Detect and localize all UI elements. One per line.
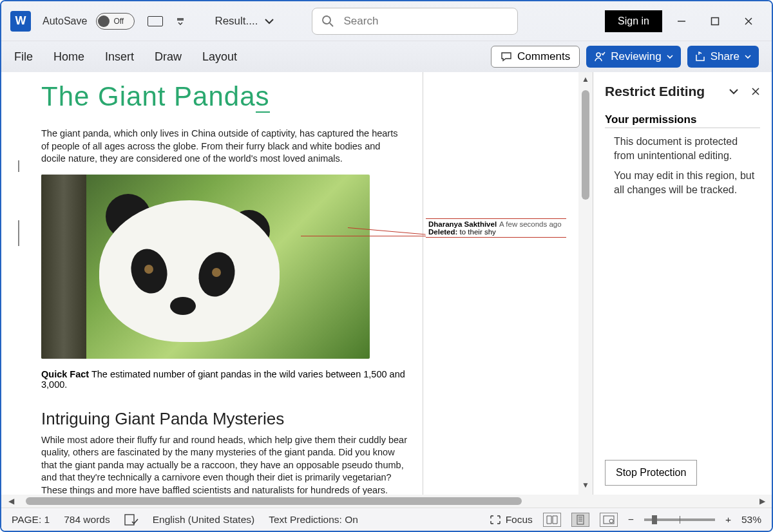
document-name[interactable]: Result.... <box>215 15 274 28</box>
scroll-left-icon[interactable]: ◀ <box>5 497 17 506</box>
hscroll-track[interactable] <box>17 497 756 505</box>
pane-close-button[interactable] <box>751 87 760 96</box>
search-icon <box>321 15 334 28</box>
autosave-state: Off <box>113 17 124 26</box>
content-area: The Giant Pandas The giant panda, which … <box>1 72 772 495</box>
permissions-heading: Your permissions <box>605 113 760 128</box>
document-page[interactable]: The Giant Pandas The giant panda, which … <box>1 72 423 495</box>
chevron-down-icon <box>667 54 673 59</box>
tab-home[interactable]: Home <box>53 50 84 64</box>
svg-point-0 <box>323 16 330 24</box>
comments-button[interactable]: Comments <box>491 46 580 68</box>
document-area: The Giant Pandas The giant panda, which … <box>1 72 578 495</box>
track-time: A few seconds ago <box>499 220 562 228</box>
toggle-knob-icon <box>98 15 110 27</box>
comments-label: Comments <box>517 50 570 63</box>
quick-fact-label: Quick Fact <box>41 369 89 379</box>
zoom-slider[interactable] <box>644 518 715 521</box>
autosave-toggle[interactable]: Off <box>96 13 135 30</box>
web-layout-button[interactable] <box>600 513 618 527</box>
status-bar: PAGE: 1 784 words English (United States… <box>1 508 772 531</box>
share-icon <box>695 52 705 62</box>
qat-customize-icon[interactable] <box>176 17 185 26</box>
permissions-text-2: You may edit in this region, but all cha… <box>614 169 760 196</box>
title-tracked-char: s <box>256 81 270 113</box>
svg-point-2 <box>596 53 600 57</box>
zoom-level[interactable]: 53% <box>741 514 761 526</box>
svg-rect-1 <box>712 17 719 24</box>
focus-mode-button[interactable]: Focus <box>489 514 533 526</box>
restrict-editing-pane: Restrict Editing Your permissions This d… <box>593 72 772 495</box>
scroll-up-icon[interactable]: ▲ <box>582 75 589 86</box>
close-button[interactable] <box>734 7 763 35</box>
scroll-down-icon[interactable]: ▼ <box>582 480 589 492</box>
page-icon <box>576 515 585 525</box>
tab-file[interactable]: File <box>14 50 33 64</box>
track-author: Dharanya Sakthivel <box>428 220 497 228</box>
quick-fact-text: The estimated number of giant pandas in … <box>41 369 405 390</box>
stop-protection-button[interactable]: Stop Protection <box>605 460 697 486</box>
track-content: to their shy <box>457 228 495 236</box>
svg-rect-4 <box>577 515 584 524</box>
ribbon-display-icon[interactable] <box>148 16 163 26</box>
horizontal-scrollbar[interactable]: ◀ ▶ <box>1 495 772 508</box>
pane-collapse-button[interactable] <box>728 88 740 95</box>
document-name-text: Result.... <box>215 15 258 28</box>
status-word-count[interactable]: 784 words <box>64 514 110 526</box>
status-language[interactable]: English (United States) <box>153 514 255 526</box>
tab-layout[interactable]: Layout <box>202 50 237 64</box>
pane-header: Restrict Editing <box>605 84 760 99</box>
chevron-down-icon <box>745 54 751 59</box>
change-marker-icon <box>18 220 19 246</box>
focus-label: Focus <box>506 514 533 526</box>
zoom-out-button[interactable]: − <box>628 514 634 526</box>
maximize-button[interactable] <box>701 7 729 35</box>
track-connector-line <box>301 236 426 236</box>
book-icon <box>546 515 558 524</box>
vertical-scrollbar[interactable]: ▲ ▼ <box>578 72 593 495</box>
svg-rect-3 <box>125 515 134 525</box>
signin-button[interactable]: Sign in <box>605 10 662 32</box>
status-predictions[interactable]: Text Predictions: On <box>269 514 358 526</box>
panda-image <box>41 175 370 359</box>
title-bar: W AutoSave Off Result.... Search Sign in <box>1 1 772 41</box>
svg-point-6 <box>609 519 613 523</box>
print-layout-button[interactable] <box>571 513 589 527</box>
reviewing-icon <box>594 51 606 62</box>
ribbon-tabs: File Home Insert Draw Layout Comments Re… <box>1 41 772 72</box>
body-paragraph-1: The giant panda, which only lives in Chi… <box>41 128 407 166</box>
tab-draw[interactable]: Draw <box>155 50 182 64</box>
web-icon <box>603 515 615 524</box>
zoom-in-button[interactable]: + <box>725 514 731 526</box>
document-title: The Giant Pandas <box>41 81 407 112</box>
hscroll-thumb[interactable] <box>26 497 522 505</box>
reviewing-label: Reviewing <box>611 50 661 63</box>
minimize-button[interactable] <box>667 7 696 35</box>
read-mode-button[interactable] <box>543 513 561 527</box>
spellcheck-icon <box>124 514 138 526</box>
quick-fact-line: Quick Fact The estimated number of giant… <box>41 369 407 390</box>
track-change-balloon[interactable]: Dharanya SakthivelA few seconds ago Dele… <box>426 218 566 238</box>
change-marker-icon <box>18 160 19 172</box>
title-text: The Giant Panda <box>41 81 256 111</box>
scroll-thumb[interactable] <box>582 90 589 200</box>
autosave-label: AutoSave <box>43 15 87 27</box>
search-input[interactable]: Search <box>312 8 518 35</box>
chevron-down-icon <box>264 18 274 24</box>
search-placeholder: Search <box>343 15 378 28</box>
share-label: Share <box>711 50 740 63</box>
subheading: Intriguing Giant Panda Mysteries <box>41 409 407 429</box>
status-spellcheck[interactable] <box>124 514 138 526</box>
track-action: Deleted: <box>428 228 457 236</box>
reviewing-button[interactable]: Reviewing <box>586 46 680 68</box>
status-page[interactable]: PAGE: 1 <box>12 514 50 526</box>
share-button[interactable]: Share <box>687 46 759 68</box>
body-paragraph-2: While most adore their fluffy fur and ro… <box>41 434 407 495</box>
tab-insert[interactable]: Insert <box>105 50 134 64</box>
pane-title: Restrict Editing <box>605 84 705 99</box>
word-app-icon: W <box>10 11 31 32</box>
comment-icon <box>501 52 512 62</box>
focus-icon <box>489 514 502 526</box>
permissions-text-1: This document is protected from unintent… <box>614 135 760 162</box>
scroll-right-icon[interactable]: ▶ <box>756 497 768 506</box>
